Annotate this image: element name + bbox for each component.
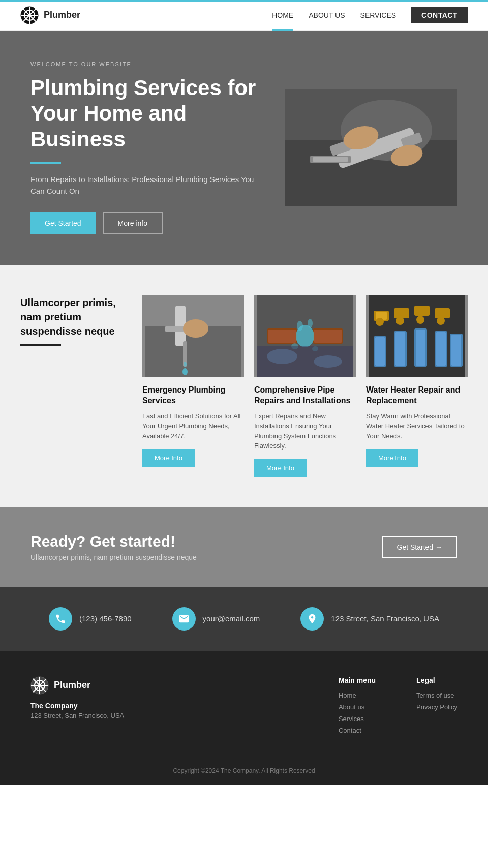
svg-rect-26 <box>268 330 296 343</box>
services-section: Ullamcorper primis, nam pretium suspendi… <box>0 265 488 507</box>
footer-link-privacy[interactable]: Privacy Policy <box>416 703 458 711</box>
location-icon-bg <box>300 607 324 631</box>
svg-point-54 <box>396 317 404 325</box>
cta-section: Ready? Get started! Ullamcorper primis, … <box>0 507 488 587</box>
footer-divider <box>30 759 458 759</box>
svg-point-30 <box>297 321 303 331</box>
service-card-pipe: Comprehensive Pipe Repairs and Installat… <box>254 295 356 477</box>
svg-rect-52 <box>451 335 461 366</box>
service-card-desc-2: Expert Repairs and New Installations Ens… <box>254 411 356 451</box>
hero-content: WELCOME TO OUR WEBSITE Plumbing Services… <box>30 61 264 234</box>
service-card-title-3: Water Heater Repair and Replacement <box>366 385 468 406</box>
contact-email: your@email.com <box>172 607 260 631</box>
hero-title: Plumbing Services for Your Home and Busi… <box>30 75 264 152</box>
services-heading: Ullamcorper primis, nam pretium suspendi… <box>20 295 122 338</box>
footer-link-home[interactable]: Home <box>339 692 376 699</box>
nav-link-about[interactable]: ABOUT US <box>309 11 345 19</box>
svg-point-22 <box>184 362 187 367</box>
footer-link-services[interactable]: Services <box>339 715 376 723</box>
svg-rect-40 <box>394 308 409 318</box>
logo-icon <box>20 6 39 24</box>
hero-welcome: WELCOME TO OUR WEBSITE <box>30 61 264 67</box>
footer-link-about[interactable]: About us <box>339 703 376 711</box>
svg-point-23 <box>183 319 208 338</box>
service-card-image-2 <box>254 295 356 377</box>
phone-icon <box>55 613 66 624</box>
svg-rect-28 <box>314 330 342 343</box>
svg-rect-42 <box>435 308 450 318</box>
email-icon-bg <box>172 607 196 631</box>
cta-subtext: Ullamcorper primis, nam pretium suspendi… <box>30 553 197 561</box>
street-address: 123 Street, San Francisco, USA <box>331 614 439 623</box>
hero-buttons: Get Started More info <box>30 212 264 234</box>
more-info-button-3[interactable]: More Info <box>366 449 418 467</box>
services-heading-divider <box>20 344 61 346</box>
logo[interactable]: Plumber <box>20 6 80 24</box>
service-card-emergency: Emergency Plumbing Services Fast and Eff… <box>142 295 244 477</box>
svg-rect-48 <box>416 330 425 366</box>
svg-rect-15 <box>313 157 348 162</box>
footer-link-terms[interactable]: Terms of use <box>416 692 458 699</box>
hero-image-svg <box>285 89 458 206</box>
footer-logo-icon <box>30 676 49 695</box>
hero-section: WELCOME TO OUR WEBSITE Plumbing Services… <box>0 31 488 265</box>
service-card-image-3 <box>366 295 468 377</box>
cta-text: Ready? Get started! Ullamcorper primis, … <box>30 533 197 561</box>
svg-rect-44 <box>375 337 385 366</box>
service-card-title-2: Comprehensive Pipe Repairs and Installat… <box>254 385 356 406</box>
svg-point-53 <box>376 318 384 326</box>
get-started-button[interactable]: Get Started <box>30 212 96 234</box>
hero-divider <box>30 162 61 164</box>
service-card-title-1: Emergency Plumbing Services <box>142 385 244 406</box>
hero-image <box>285 89 458 206</box>
footer-brand: Plumber The Company 123 Street, San Fran… <box>30 676 298 738</box>
more-info-button[interactable]: More info <box>103 212 163 234</box>
footer-company-address: 123 Street, San Francisco, USA <box>30 712 298 720</box>
svg-point-35 <box>267 349 297 364</box>
hero-subtitle: From Repairs to Installations: Professio… <box>30 174 264 197</box>
nav-link-home[interactable]: HOME <box>272 11 293 19</box>
phone-number: (123) 456-7890 <box>79 614 132 623</box>
svg-rect-46 <box>395 332 405 366</box>
location-icon <box>307 613 318 624</box>
footer-copyright: Copyright ©2024 The Company. All Rights … <box>30 767 458 774</box>
nav-link-services[interactable]: SERVICES <box>360 11 396 19</box>
svg-point-21 <box>182 368 188 375</box>
service-card-image-1 <box>142 295 244 377</box>
contact-phone: (123) 456-7890 <box>49 607 132 631</box>
email-icon <box>178 613 190 624</box>
svg-point-31 <box>308 319 313 328</box>
svg-point-55 <box>416 316 424 324</box>
service-card-heater: Water Heater Repair and Replacement Stay… <box>366 295 468 477</box>
services-intro: Ullamcorper primis, nam pretium suspendi… <box>20 295 468 477</box>
svg-rect-50 <box>436 332 446 366</box>
contact-button[interactable]: CONTACT <box>411 7 468 23</box>
logo-text: Plumber <box>44 10 80 20</box>
footer: Plumber The Company 123 Street, San Fran… <box>0 651 488 785</box>
footer-legal-heading: Legal <box>416 676 458 684</box>
footer-main: Plumber The Company 123 Street, San Fran… <box>30 676 458 738</box>
footer-link-contact[interactable]: Contact <box>339 727 376 734</box>
cta-heading: Ready? Get started! <box>30 533 197 550</box>
cta-get-started-button[interactable]: Get Started → <box>382 536 458 558</box>
more-info-button-2[interactable]: More Info <box>254 459 307 477</box>
service-card-desc-3: Stay Warm with Professional Water Heater… <box>366 411 468 441</box>
contact-address: 123 Street, San Francisco, USA <box>300 607 439 631</box>
svg-point-56 <box>437 317 445 325</box>
services-cards: Emergency Plumbing Services Fast and Eff… <box>142 295 468 477</box>
footer-logo: Plumber <box>30 676 298 695</box>
svg-rect-41 <box>414 306 430 316</box>
footer-logo-text: Plumber <box>54 680 90 691</box>
footer-legal: Legal Terms of use Privacy Policy <box>416 676 458 738</box>
footer-menu-heading: Main menu <box>339 676 376 684</box>
svg-point-36 <box>314 355 342 368</box>
email-address: your@email.com <box>203 614 260 623</box>
services-heading-col: Ullamcorper primis, nam pretium suspendi… <box>20 295 122 346</box>
contact-info-bar: (123) 456-7890 your@email.com 123 Street… <box>0 587 488 651</box>
more-info-button-1[interactable]: More Info <box>142 449 195 467</box>
nav-links: HOME ABOUT US SERVICES CONTACT <box>272 7 468 23</box>
footer-main-menu: Main menu Home About us Services Contact <box>339 676 376 738</box>
navigation: Plumber HOME ABOUT US SERVICES CONTACT <box>0 0 488 31</box>
footer-company-name: The Company <box>30 702 298 710</box>
service-card-desc-1: Fast and Efficient Solutions for All You… <box>142 411 244 441</box>
